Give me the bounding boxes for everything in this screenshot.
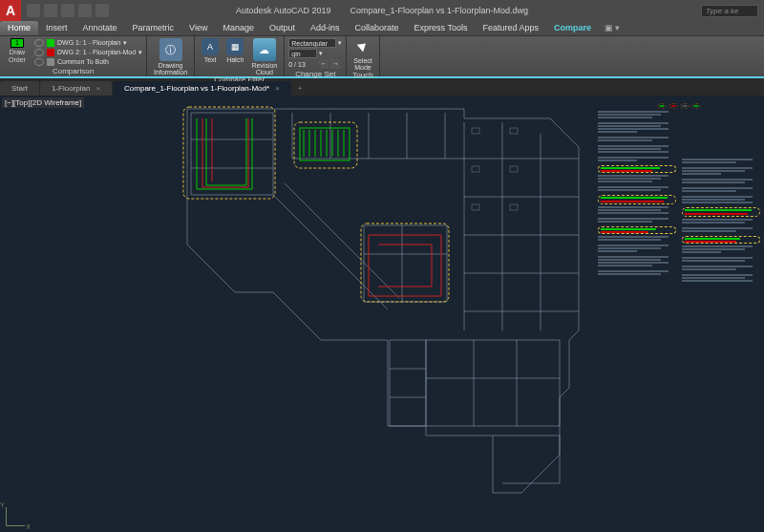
ucs-x-label: X	[26, 523, 31, 530]
visibility-toggle-icon[interactable]	[34, 49, 44, 56]
tab-addins[interactable]: Add-ins	[303, 21, 348, 35]
panel-label: Touch	[350, 71, 374, 79]
cursor-icon	[355, 38, 371, 57]
svg-rect-3	[510, 166, 518, 172]
svg-rect-1	[472, 166, 479, 172]
legend-circle-icon	[691, 103, 701, 109]
revision-cloud	[682, 207, 760, 217]
document-tabs: Start 1-Floorplan× Compare_1-Floorplan v…	[0, 78, 764, 96]
color-swatch-red[interactable]	[47, 49, 54, 56]
app-logo[interactable]: A	[0, 0, 21, 21]
qat-new-icon[interactable]	[27, 4, 40, 17]
doctab-compare[interactable]: Compare_1-Floorplan vs 1-Floorplan-Mod*×	[113, 81, 291, 96]
change-counter: 0 / 13	[288, 61, 317, 68]
revision-cloud-button[interactable]: ☁ Revision Cloud	[248, 38, 280, 75]
doctab-start[interactable]: Start	[0, 81, 39, 96]
dropdown-icon[interactable]: ▾	[123, 38, 127, 48]
doctab-label: Start	[11, 84, 28, 93]
hatch-label: Hatch	[226, 56, 244, 63]
ucs-icon[interactable]: Y X	[6, 503, 29, 526]
ribbon: 1 Draw Order DWG 1: 1 - Floorplan ▾ DWG …	[0, 36, 764, 78]
tab-featured[interactable]: Featured Apps	[475, 21, 546, 35]
close-icon[interactable]: ×	[96, 84, 100, 93]
qat-open-icon[interactable]	[44, 4, 57, 17]
visibility-toggle-icon[interactable]	[34, 39, 44, 47]
doctab-floorplan[interactable]: 1-Floorplan×	[40, 81, 112, 96]
tab-manage[interactable]: Manage	[215, 21, 262, 35]
dropdown-icon[interactable]: ▾	[138, 48, 142, 57]
legend-dwg1[interactable]: DWG 1: 1 - Floorplan ▾	[34, 38, 142, 48]
tab-more[interactable]: ▣ ▾	[599, 21, 626, 35]
shape-select[interactable]	[288, 38, 336, 48]
tab-collaborate[interactable]: Collaborate	[348, 21, 407, 35]
svg-rect-5	[510, 204, 518, 210]
qat-undo-icon[interactable]	[78, 4, 92, 17]
select-mode-button[interactable]: Select Mode	[350, 38, 374, 71]
color-swatch-green[interactable]	[47, 39, 54, 47]
legend-circle-icon	[668, 103, 678, 109]
color-swatch-gray[interactable]	[47, 58, 54, 66]
file-name: Compare_1-Floorplan vs 1-Floorplan-Mod.d…	[350, 6, 528, 15]
draw-order-label: Draw Order	[4, 49, 31, 64]
panel-touch: Select Mode Touch	[347, 36, 379, 76]
legend-dwg2[interactable]: DWG 2: 1 - Floorplan-Mod ▾	[34, 48, 142, 57]
text-icon: A	[202, 38, 219, 55]
select-mode-label: Select Mode	[353, 57, 371, 71]
drawing-viewport[interactable]: [−][Top][2D Wireframe]	[0, 96, 764, 532]
drawing-info-button[interactable]: ⓘ Drawing Information	[151, 38, 190, 75]
viewport-controls[interactable]: [−][Top][2D Wireframe]	[2, 97, 84, 108]
legend-circle-icon	[657, 103, 667, 109]
drawing-info-label: Drawing Information	[154, 62, 187, 75]
qat-redo-icon[interactable]	[96, 4, 109, 17]
svg-rect-0	[472, 128, 479, 134]
tab-parametric[interactable]: Parametric	[125, 21, 182, 35]
tab-home[interactable]: Home	[0, 21, 38, 35]
svg-rect-4	[472, 204, 479, 210]
svg-rect-2	[510, 128, 518, 134]
tab-compare[interactable]: Compare	[546, 21, 599, 35]
prev-change-button[interactable]: ←	[319, 59, 329, 69]
revision-cloud	[598, 165, 676, 173]
revcloud-label: Revision Cloud	[251, 62, 277, 75]
revision-cloud	[682, 236, 760, 244]
revision-cloud	[598, 195, 676, 204]
tab-insert[interactable]: Insert	[38, 21, 75, 35]
new-tab-button[interactable]: +	[292, 81, 308, 96]
svg-rect-6	[300, 128, 350, 160]
app-name: Autodesk AutoCAD 2019	[236, 6, 331, 15]
legend-label: DWG 1: 1 - Floorplan	[57, 38, 120, 48]
title-text: Autodesk AutoCAD 2019 Compare_1-Floorpla…	[236, 6, 528, 15]
hatch-icon: ▦	[226, 38, 244, 55]
qat-save-icon[interactable]	[61, 4, 74, 17]
panel-change-set: ▾ ▾ 0 / 13 ← → Change Set	[285, 36, 347, 76]
panel-label: Change Set	[288, 70, 342, 78]
draw-order-swatch: 1	[11, 38, 24, 48]
chevron-down-icon[interactable]: ▾	[338, 39, 342, 47]
visibility-toggle-icon[interactable]	[34, 58, 44, 66]
revision-cloud	[598, 226, 676, 234]
info-icon: ⓘ	[159, 38, 182, 61]
panel-compare-filter: A Text ▦ Hatch ☁ Revision Cloud Compare …	[195, 36, 285, 76]
drawing-notes	[598, 103, 760, 523]
ucs-y-label: Y	[0, 501, 5, 508]
chevron-down-icon[interactable]: ▾	[319, 50, 323, 57]
tab-view[interactable]: View	[181, 21, 215, 35]
text-label: Text	[204, 56, 217, 63]
next-change-button[interactable]: →	[330, 59, 340, 69]
filter-text-button[interactable]: A Text	[199, 38, 222, 63]
quick-access-toolbar	[21, 4, 115, 17]
filter-hatch-button[interactable]: ▦ Hatch	[223, 38, 246, 63]
tab-annotate[interactable]: Annotate	[75, 21, 125, 35]
notes-legend	[598, 103, 760, 109]
search-input[interactable]: Type a ke	[701, 5, 758, 17]
legend-common[interactable]: Common To Both	[34, 57, 142, 67]
floorplan-drawing	[178, 101, 598, 512]
tab-express[interactable]: Express Tools	[407, 21, 476, 35]
margin-input[interactable]	[288, 49, 317, 58]
close-icon[interactable]: ×	[275, 84, 280, 93]
legend-label: Common To Both	[57, 57, 109, 67]
ribbon-tabs: Home Insert Annotate Parametric View Man…	[0, 21, 764, 36]
title-bar: A Autodesk AutoCAD 2019 Compare_1-Floorp…	[0, 0, 764, 21]
tab-output[interactable]: Output	[262, 21, 303, 35]
doctab-label: Compare_1-Floorplan vs 1-Floorplan-Mod*	[124, 84, 269, 93]
